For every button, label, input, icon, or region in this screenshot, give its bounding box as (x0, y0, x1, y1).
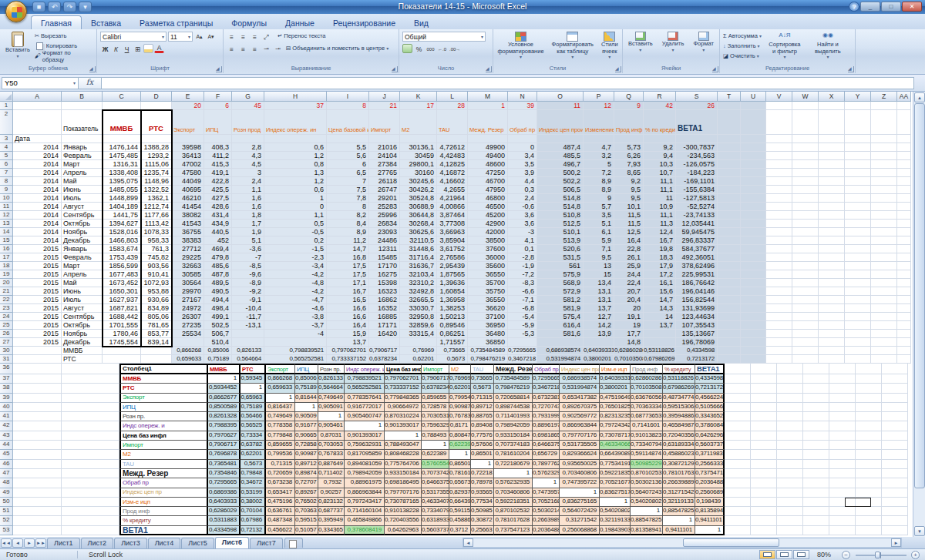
cell[interactable] (141, 355, 172, 364)
value-cell[interactable]: 11,1 (644, 186, 676, 194)
empty-cell[interactable] (871, 304, 897, 313)
value-cell[interactable]: 1293,2 (141, 152, 172, 160)
empty-cell[interactable] (829, 469, 856, 478)
empty-cell[interactable] (718, 102, 741, 110)
value-cell[interactable]: 834,89 (141, 304, 172, 313)
value-cell[interactable]: 5,6 (327, 152, 369, 160)
value-cell[interactable]: 17170 (369, 262, 400, 270)
empty-cell[interactable] (803, 460, 829, 469)
normal-view-icon[interactable] (759, 550, 775, 559)
value-cell[interactable]: 35700 (468, 279, 508, 287)
value-cell[interactable]: 8 (327, 203, 369, 211)
empty-cell[interactable] (792, 245, 819, 253)
empty-cell[interactable] (819, 220, 845, 228)
value-cell[interactable]: 1338,408 (103, 169, 141, 177)
empty-cell[interactable] (829, 421, 856, 431)
row-header-46[interactable]: 46 (0, 460, 13, 469)
value-cell[interactable]: 4,7 (584, 143, 614, 152)
empty-cell[interactable] (766, 143, 792, 152)
month-cell[interactable]: Ноябрь (62, 228, 103, 236)
matrix-value-cell[interactable]: 0,870310224 (385, 412, 422, 421)
sort-filter-button[interactable]: А↓ЯСортировка и фильтр▾ (765, 31, 805, 61)
cell[interactable] (141, 347, 172, 355)
empty-cell[interactable] (792, 270, 819, 279)
cell[interactable] (141, 102, 172, 110)
value-cell[interactable]: 8,9 (584, 186, 614, 194)
month-cell[interactable]: Декабрь (62, 236, 103, 245)
row-header-18[interactable]: 18 (0, 262, 13, 270)
matrix-value-cell[interactable]: 0,50985229 (631, 460, 663, 469)
cell[interactable] (62, 403, 119, 412)
matrix-value-cell[interactable]: 0,7375471 (695, 469, 725, 478)
matrix-value-cell[interactable]: 0,7052168 (533, 498, 560, 507)
matrix-value-cell[interactable]: 0,659633 (266, 384, 295, 393)
matrix-row-label[interactable]: Экспорт (119, 394, 208, 403)
empty-cell[interactable] (718, 135, 741, 143)
value-cell[interactable]: 48600 (468, 160, 508, 169)
lag-number-cell[interactable]: 6 (204, 102, 232, 110)
value-cell[interactable]: 135,13667 (676, 330, 718, 338)
empty-cell[interactable] (819, 194, 845, 203)
corr-value-cell[interactable]: 0,564664 (232, 355, 264, 364)
matrix-value-cell[interactable]: 0,797243417 (345, 498, 385, 507)
value-cell[interactable]: 13,7 (584, 304, 614, 313)
value-cell[interactable] (232, 338, 264, 347)
row-header-49[interactable]: 49 (0, 488, 13, 498)
matrix-column-header[interactable]: Прод инф (631, 364, 663, 374)
value-cell[interactable]: 0,86251 (437, 330, 468, 338)
increase-indent-icon[interactable]: ⭲ (273, 44, 283, 53)
value-cell[interactable]: 27384 (369, 160, 400, 169)
matrix-row-label[interactable]: Прод инф (119, 507, 208, 516)
empty-cell[interactable] (777, 374, 803, 384)
value-cell[interactable]: 11,1 (644, 177, 676, 186)
value-cell[interactable]: 14,7 (644, 296, 676, 304)
matrix-value-cell[interactable]: 0,7932 (318, 478, 345, 488)
value-cell[interactable]: 3,9 (508, 169, 537, 177)
empty-cell[interactable] (741, 287, 766, 296)
matrix-value-cell[interactable]: 1 (494, 469, 533, 478)
corr-value-cell[interactable]: 0,531994874 (537, 355, 584, 364)
empty-cell[interactable] (882, 364, 908, 374)
column-header-X[interactable]: X (819, 92, 845, 102)
value-cell[interactable]: 568,9 (537, 279, 584, 287)
value-cell[interactable]: 11,3 (644, 220, 676, 228)
value-cell[interactable]: 4,72612 (437, 143, 468, 152)
empty-cell[interactable] (845, 228, 871, 236)
tab-razmetka[interactable]: Разметка страницы (130, 16, 222, 29)
matrix-value-cell[interactable]: 0,51057 (295, 526, 318, 535)
value-cell[interactable]: 2,4 (508, 194, 537, 203)
empty-cell[interactable] (871, 211, 897, 220)
cell[interactable] (13, 498, 62, 507)
matrix-value-cell[interactable]: 0,6466375 (422, 478, 449, 488)
value-cell[interactable]: 131,93699 (676, 304, 718, 313)
matrix-value-cell[interactable]: 0,778357641 (345, 394, 385, 403)
empty-cell[interactable] (777, 412, 803, 421)
value-cell[interactable]: 3,6 (508, 211, 537, 220)
column-header-V[interactable]: V (766, 92, 792, 102)
corr-value-cell[interactable]: 0,866268 (172, 347, 204, 355)
value-cell[interactable]: 9,5 (614, 186, 644, 194)
value-cell[interactable]: 5,7 (584, 203, 614, 211)
dialog-launcher-icon[interactable]: ◢ (848, 66, 854, 72)
value-cell[interactable]: 8,65 (614, 169, 644, 177)
empty-cell[interactable] (819, 338, 845, 347)
matrix-value-cell[interactable]: 0,72132 (240, 526, 266, 535)
value-cell[interactable]: 9,2 (644, 143, 676, 152)
value-cell[interactable]: 13,7 (327, 338, 369, 347)
value-cell[interactable]: 296,83337 (676, 236, 718, 245)
empty-cell[interactable] (819, 355, 845, 364)
row-header-53[interactable]: 53 (0, 526, 13, 535)
value-cell[interactable]: 17171 (369, 321, 400, 330)
empty-cell[interactable] (718, 287, 741, 296)
matrix-value-cell[interactable]: 0,86501 (449, 460, 471, 469)
empty-cell[interactable] (725, 507, 751, 516)
empty-cell[interactable] (741, 321, 766, 330)
value-cell[interactable]: 37100 (468, 313, 508, 321)
matrix-value-cell[interactable]: 0,38002 (240, 498, 266, 507)
year-cell[interactable]: 2015 (13, 253, 62, 262)
value-cell[interactable]: 10,7 (644, 169, 676, 177)
empty-cell[interactable] (882, 431, 908, 441)
matrix-value-cell[interactable]: 0,73078717 (600, 431, 631, 441)
empty-cell[interactable] (718, 245, 741, 253)
value-cell[interactable]: 0,1 (508, 245, 537, 253)
